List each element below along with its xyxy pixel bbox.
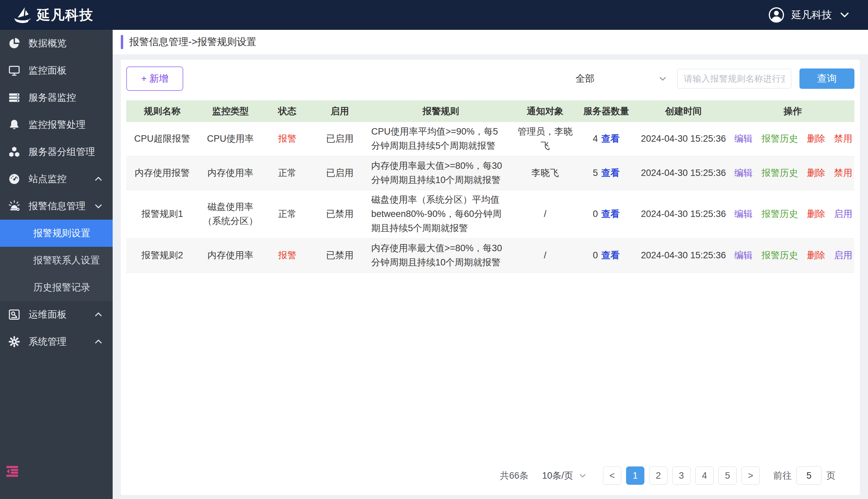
- cubes-icon: [8, 146, 20, 158]
- view-servers-link[interactable]: 查看: [601, 168, 620, 178]
- edit-link[interactable]: 编辑: [734, 166, 753, 180]
- enable-link[interactable]: 启用: [834, 207, 852, 221]
- alarm-history-link[interactable]: 报警历史: [761, 132, 798, 146]
- cell-status: 报警: [263, 132, 312, 146]
- sidebar-item-label: 运维面板: [28, 308, 67, 321]
- submenu-item-label: 历史报警记录: [33, 281, 90, 294]
- pie-chart-icon: [8, 37, 20, 49]
- alarm-history-link[interactable]: 报警历史: [761, 166, 798, 180]
- sidebar-item-site-monitor[interactable]: 站点监控: [0, 166, 112, 193]
- server-count: 5: [593, 168, 598, 178]
- cell-enabled: 已启用: [312, 132, 368, 146]
- view-servers-link[interactable]: 查看: [601, 134, 620, 144]
- cell-rule: CPU使用率平均值>=90%，每5分钟周期且持续5个周期就报警: [368, 125, 514, 153]
- main-content: 报警信息管理->报警规则设置 + 新增 全部 查询 规则名称: [112, 30, 868, 499]
- search-button[interactable]: 查询: [799, 69, 854, 89]
- page-button-3[interactable]: 3: [672, 466, 691, 485]
- cell-status: 正常: [263, 207, 312, 221]
- view-servers-link[interactable]: 查看: [601, 250, 620, 260]
- submenu-item-alarm-history[interactable]: 历史报警记录: [0, 274, 112, 301]
- gauge-icon: [8, 173, 20, 185]
- table-row: 报警规则2 内存使用率 报警 已禁用 内存使用率最大值>=80%，每30分钟周期…: [126, 239, 854, 273]
- cell-rule-name: CPU超限报警: [126, 132, 198, 146]
- server-count: 0: [593, 209, 598, 219]
- chevron-down-icon: [579, 472, 587, 480]
- goto-unit-label: 页: [826, 470, 835, 482]
- cell-rule-name: 内存使用报警: [126, 166, 198, 180]
- enable-link[interactable]: 启用: [834, 248, 852, 263]
- chevron-down-icon: [658, 74, 667, 83]
- server-count: 4: [593, 134, 598, 144]
- sidebar-item-alarm-info[interactable]: 报警信息管理: [0, 193, 112, 220]
- prev-page-button[interactable]: <: [603, 466, 621, 485]
- breadcrumb: 报警信息管理->报警规则设置: [112, 30, 868, 54]
- alarm-info-submenu: 报警规则设置 报警联系人设置 历史报警记录: [0, 220, 112, 301]
- sidebar-item-label: 监控报警处理: [28, 118, 85, 131]
- delete-link[interactable]: 删除: [807, 132, 825, 146]
- sidebar-item-system-mgmt[interactable]: 系统管理: [0, 328, 112, 355]
- sidebar-item-ops-panel[interactable]: 运维面板: [0, 301, 112, 328]
- edit-link[interactable]: 编辑: [734, 248, 753, 263]
- cell-monitor-type: 内存使用率: [198, 248, 263, 263]
- page-button-1[interactable]: 1: [626, 466, 644, 485]
- sidebar-item-label: 监控面板: [28, 64, 67, 77]
- table-row: 报警规则1 磁盘使用率（系统分区） 正常 已禁用 磁盘使用率（系统分区）平均值b…: [126, 190, 854, 239]
- user-avatar-icon: [768, 7, 785, 23]
- sidebar-item-alarm-handling[interactable]: 监控报警处理: [0, 111, 112, 138]
- delete-link[interactable]: 删除: [807, 166, 825, 180]
- cell-actions: 编辑 报警历史 删除 禁用: [731, 166, 856, 180]
- chevron-down-icon: [94, 202, 103, 211]
- search-input[interactable]: [677, 69, 791, 88]
- sidebar-item-label: 站点监控: [28, 172, 67, 185]
- delete-link[interactable]: 删除: [807, 248, 825, 263]
- alarm-history-link[interactable]: 报警历史: [761, 207, 798, 221]
- col-header-actions: 操作: [731, 105, 854, 117]
- alarm-history-link[interactable]: 报警历史: [761, 248, 798, 263]
- view-servers-link[interactable]: 查看: [601, 209, 620, 219]
- edit-link[interactable]: 编辑: [734, 132, 753, 146]
- cell-server-count: 5查看: [576, 166, 636, 180]
- disable-link[interactable]: 禁用: [834, 166, 852, 180]
- goto-page-input[interactable]: [796, 466, 821, 485]
- brand-name: 延凡科技: [37, 6, 94, 24]
- sidebar: 数据概览 监控面板 服务器监控 监控报警处理: [0, 30, 112, 499]
- cell-notify: 李晓飞: [514, 166, 576, 180]
- user-name: 延凡科技: [791, 8, 832, 22]
- page-button-5[interactable]: 5: [718, 466, 737, 485]
- cell-notify: /: [514, 207, 576, 221]
- submenu-item-alarm-contacts[interactable]: 报警联系人设置: [0, 247, 112, 274]
- delete-link[interactable]: 删除: [807, 207, 825, 221]
- col-header-server-count: 服务器数量: [576, 105, 636, 117]
- table-header-row: 规则名称 监控类型 状态 启用 报警规则 通知对象 服务器数量 创建时间 操作: [126, 100, 854, 122]
- server-icon: [8, 92, 20, 104]
- rules-table: 规则名称 监控类型 状态 启用 报警规则 通知对象 服务器数量 创建时间 操作 …: [126, 100, 854, 273]
- sidebar-item-server-groups[interactable]: 服务器分组管理: [0, 138, 112, 166]
- cell-monitor-type: 内存使用率: [198, 166, 263, 180]
- next-page-button[interactable]: >: [741, 466, 760, 485]
- collapse-menu-icon[interactable]: [5, 465, 20, 478]
- edit-link[interactable]: 编辑: [734, 207, 753, 221]
- sidebar-item-server-monitor[interactable]: 服务器监控: [0, 84, 112, 111]
- submenu-item-alarm-rules[interactable]: 报警规则设置: [0, 220, 112, 247]
- disable-link[interactable]: 禁用: [834, 132, 852, 146]
- cell-actions: 编辑 报警历史 删除 启用: [731, 248, 856, 263]
- pagination: 共66条 10条/页 < 1 2 3 4 5 > 前往 页: [126, 459, 854, 489]
- pagination-total: 共66条: [500, 470, 528, 482]
- page-size-value: 10条/页: [542, 470, 573, 482]
- sidebar-item-monitor-panel[interactable]: 监控面板: [0, 57, 112, 84]
- add-rule-button[interactable]: + 新增: [126, 66, 183, 91]
- cell-status: 正常: [263, 166, 312, 180]
- col-header-monitor-type: 监控类型: [198, 105, 263, 117]
- col-header-created: 创建时间: [636, 105, 731, 117]
- brand: 延凡科技: [12, 6, 94, 24]
- sidebar-item-label: 报警信息管理: [28, 200, 85, 212]
- page-button-4[interactable]: 4: [695, 466, 714, 485]
- filter-select[interactable]: 全部: [575, 72, 667, 85]
- user-menu[interactable]: 延凡科技: [768, 7, 851, 23]
- page-button-2[interactable]: 2: [649, 466, 667, 485]
- sidebar-item-data-overview[interactable]: 数据概览: [0, 30, 112, 57]
- page-size-select[interactable]: 10条/页: [542, 470, 587, 482]
- server-count: 0: [593, 250, 598, 260]
- alarm-icon: [8, 200, 20, 212]
- sidebar-item-label: 服务器监控: [28, 91, 76, 104]
